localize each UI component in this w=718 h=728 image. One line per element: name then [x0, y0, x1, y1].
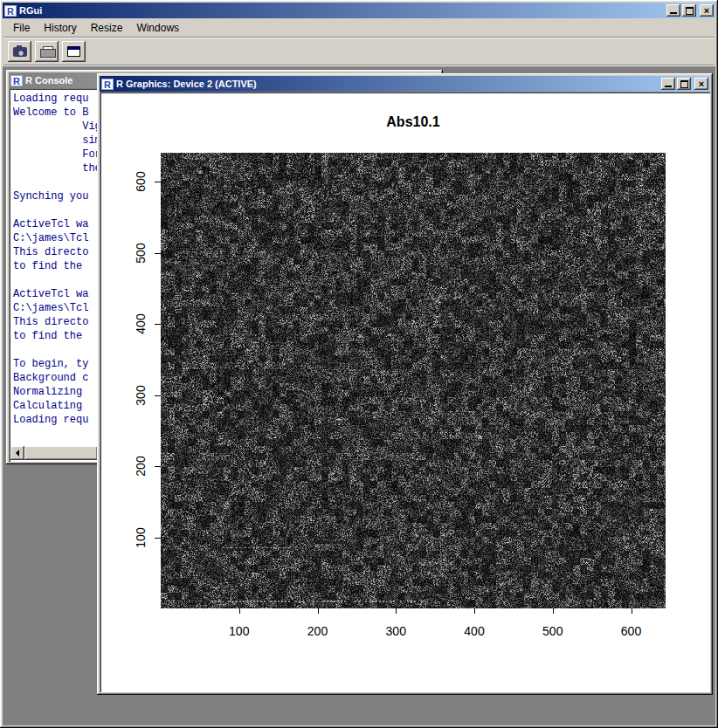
y-tick-mark [155, 538, 161, 539]
plot-image [161, 153, 666, 608]
y-tick-label: 600 [134, 172, 148, 192]
menu-resize[interactable]: Resize [84, 19, 130, 37]
window-icon [67, 46, 80, 57]
menu-history[interactable]: History [37, 19, 83, 37]
x-tick-label: 500 [542, 624, 563, 638]
r-logo-icon: R [4, 5, 17, 17]
menu-windows[interactable]: Windows [129, 19, 186, 37]
main-titlebar[interactable]: R RGui × [3, 3, 715, 18]
maximize-icon [680, 80, 688, 88]
r-graphics-window: R R Graphics: Device 2 (ACTIVE) × Abs10.… [97, 73, 713, 695]
rgui-main-window: R RGui × File History Resize Windows R R… [0, 0, 718, 728]
x-tick-mark [632, 608, 632, 614]
y-tick-label: 200 [134, 456, 148, 476]
r-logo-icon: R [101, 79, 114, 90]
y-tick-mark [155, 253, 161, 254]
y-axis: 100200300400500600 [100, 153, 161, 608]
x-tick-mark [239, 608, 240, 614]
x-tick-label: 200 [307, 624, 328, 638]
graphics-window-title: R Graphics: Device 2 (ACTIVE) [116, 79, 659, 89]
printer-icon [40, 46, 54, 58]
camera-icon [13, 47, 27, 57]
x-tick-label: 300 [386, 624, 406, 638]
x-tick-label: 100 [229, 624, 249, 638]
arrow-left-icon [12, 450, 19, 457]
main-window-title: RGui [19, 5, 664, 16]
close-icon: × [699, 79, 704, 88]
menu-file[interactable]: File [6, 19, 37, 37]
y-tick-label: 400 [134, 314, 148, 334]
plot-title: Abs10.1 [161, 114, 666, 130]
x-tick-mark [474, 608, 475, 614]
y-tick-mark [155, 466, 161, 467]
copy-plot-button[interactable] [8, 41, 31, 62]
y-tick-label: 300 [134, 385, 148, 405]
scroll-left-button[interactable] [10, 446, 24, 460]
toolbar [3, 38, 715, 65]
y-tick-mark [155, 324, 161, 325]
menubar: File History Resize Windows [3, 18, 715, 37]
x-tick-label: 400 [464, 624, 484, 638]
plot-area: Abs10.1 100200300400500600 1002003004005… [100, 92, 710, 692]
print-button[interactable] [35, 41, 59, 62]
x-axis: 100200300400500600 [161, 608, 666, 645]
graphics-minimize-button[interactable] [661, 78, 675, 90]
graphics-titlebar[interactable]: R R Graphics: Device 2 (ACTIVE) × [100, 76, 710, 92]
maximize-button[interactable] [682, 4, 696, 17]
r-logo-icon: R [10, 75, 23, 86]
mdi-area: R R Console Loading requWelcome to B Vig… [3, 66, 715, 725]
graphics-close-button[interactable]: × [694, 78, 708, 90]
close-icon: × [704, 6, 709, 15]
y-tick-mark [155, 182, 161, 182]
x-tick-mark [318, 608, 319, 614]
minimize-icon [670, 12, 677, 14]
minimize-icon [665, 86, 672, 87]
minimize-button[interactable] [666, 4, 680, 17]
x-tick-mark [553, 608, 554, 614]
y-tick-label: 500 [134, 243, 148, 263]
graphics-maximize-button[interactable] [677, 78, 691, 90]
maximize-icon [686, 7, 694, 15]
y-tick-label: 100 [134, 527, 148, 547]
y-tick-mark [155, 395, 161, 396]
x-tick-mark [396, 608, 397, 614]
scrollbar-thumb[interactable] [24, 446, 98, 460]
x-tick-label: 600 [621, 624, 641, 638]
close-button[interactable]: × [700, 4, 714, 17]
console-window-button[interactable] [62, 41, 86, 62]
